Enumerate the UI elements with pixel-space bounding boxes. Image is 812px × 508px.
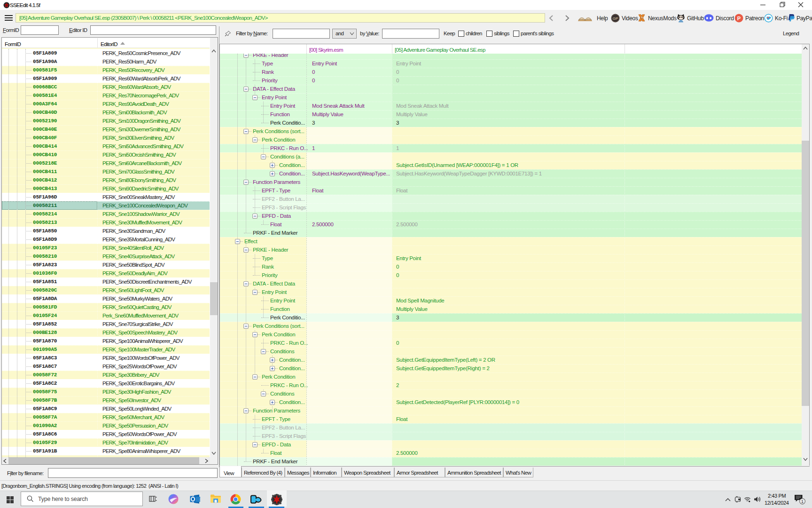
svg-text:GP: GP xyxy=(613,16,618,21)
svg-text:P: P xyxy=(737,16,741,21)
svg-text:1: 1 xyxy=(801,499,804,504)
